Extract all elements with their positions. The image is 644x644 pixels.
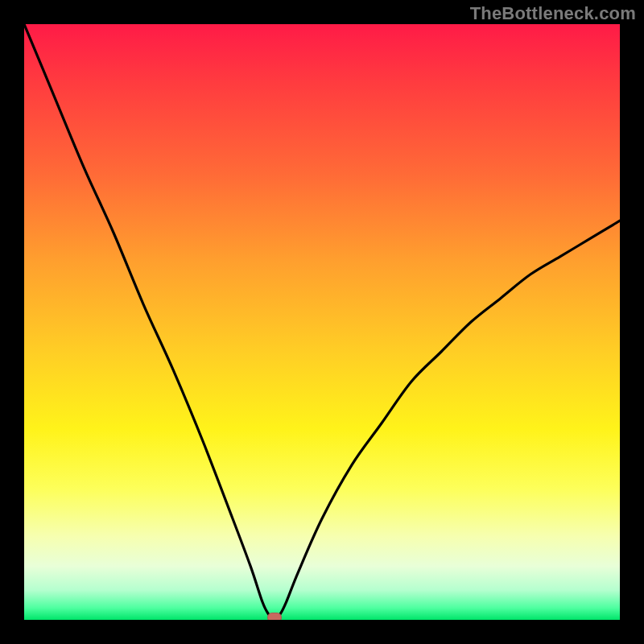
- curve-svg: [24, 24, 620, 620]
- chart-frame: TheBottleneck.com: [0, 0, 644, 644]
- plot-area: [24, 24, 620, 620]
- curve-path: [24, 24, 620, 620]
- attribution-text: TheBottleneck.com: [470, 3, 636, 24]
- min-marker: [267, 613, 282, 620]
